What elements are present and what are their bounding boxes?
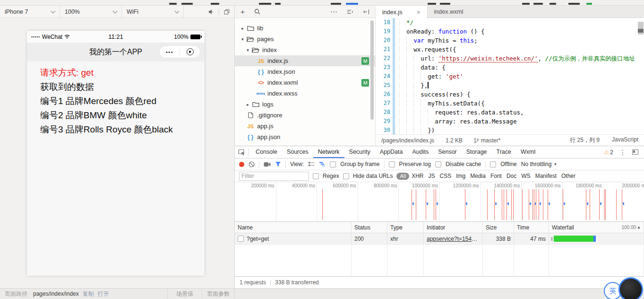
more-actions-button[interactable]: ⋯ <box>330 8 337 15</box>
copy-path-link[interactable]: 复制 <box>83 290 94 298</box>
type-filter-doc[interactable]: Doc <box>507 173 516 179</box>
tree-item-logs[interactable]: ▸logs <box>235 99 375 110</box>
devtools-menu-button[interactable]: ⋮ <box>619 149 626 156</box>
disable-cache-checkbox[interactable] <box>435 161 441 167</box>
devtools-tab-wxml[interactable]: Wxml <box>516 146 540 158</box>
indent-guide <box>421 127 428 134</box>
code-token: myThis = <box>424 37 460 44</box>
language-mode-label[interactable]: JavaScript <box>612 136 638 144</box>
column-header-initiator[interactable]: Initiator <box>424 222 483 233</box>
popout-simulator-button[interactable] <box>219 6 234 18</box>
new-file-button[interactable]: + <box>240 8 245 15</box>
column-header-label: Type <box>390 224 403 231</box>
devtools-tab-sensor[interactable]: Sensor <box>433 146 462 158</box>
tree-item-index.wxml[interactable]: <>index.wxmlM <box>235 77 375 88</box>
tree-item-label: pages <box>257 35 274 43</box>
type-filter-ws[interactable]: WS <box>521 173 530 179</box>
tree-item-index.wxss[interactable]: wxssindex.wxss <box>235 88 375 99</box>
editor-tab-index.js[interactable]: index.js× <box>376 6 428 18</box>
capsule-close-button[interactable] <box>180 48 200 55</box>
tree-item-app.js[interactable]: JSapp.js <box>235 121 375 132</box>
type-filter-js[interactable]: JS <box>429 173 435 179</box>
throttling-select[interactable]: No throttling ▼ <box>521 161 558 167</box>
column-header-waterfall[interactable]: Waterfall100.00▲ <box>549 222 644 233</box>
devtools-tab-appdata[interactable]: AppData <box>375 146 408 158</box>
tree-arrow-icon[interactable]: ▾ <box>240 37 246 42</box>
warnings-badge[interactable]: ⚠2 <box>604 149 613 156</box>
mute-button[interactable] <box>204 6 219 18</box>
cursor-position-label[interactable]: 行 25，列 9 <box>570 136 600 144</box>
view-rows-button[interactable] <box>308 161 315 167</box>
filter-input[interactable] <box>239 172 309 181</box>
editor-tab-index.wxml[interactable]: index.wxml <box>428 6 470 18</box>
type-filter-other[interactable]: Other <box>561 173 575 179</box>
type-filter-img[interactable]: Img <box>456 173 465 179</box>
devtools-tab-security[interactable]: Security <box>344 146 375 158</box>
code-editor[interactable]: 18 */19 onReady: function () {20 var myT… <box>376 18 644 134</box>
scene-value-segment[interactable]: 场景值 <box>168 289 202 299</box>
network-request-row[interactable]: ?get=get200xhrappservice?t=1542…338 B47 … <box>235 233 644 245</box>
view-overview-button[interactable] <box>319 161 326 167</box>
column-header-size[interactable]: Size <box>483 222 514 233</box>
zoom-select[interactable]: 100% <box>60 6 122 18</box>
group-by-frame-checkbox[interactable] <box>330 161 336 167</box>
tree-item-pages[interactable]: ▾pages <box>235 34 375 44</box>
column-header-type[interactable]: Type <box>387 222 424 233</box>
tree-item-.gitignore[interactable]: .gitignore <box>235 110 375 121</box>
collapse-explorer-button[interactable] <box>363 9 369 15</box>
capsule-menu-button[interactable]: ••• <box>160 49 180 55</box>
type-filter-manifest[interactable]: Manifest <box>535 173 557 179</box>
hide-data-urls-checkbox[interactable] <box>343 173 349 179</box>
type-filter-media[interactable]: Media <box>470 173 486 179</box>
close-tab-icon[interactable]: × <box>416 9 420 16</box>
request-timeline-mark <box>529 189 529 220</box>
record-button[interactable] <box>239 162 244 167</box>
tree-item-index[interactable]: ▾index <box>235 44 375 55</box>
network-overview-timeline[interactable]: 200000 ms400000 ms600000 ms800000 ms1000… <box>235 182 644 222</box>
tree-item-app.json[interactable]: { }app.json <box>235 132 375 142</box>
row-checkbox[interactable] <box>238 236 244 242</box>
screenshot-button[interactable] <box>264 162 271 167</box>
explorer-scrollbar[interactable] <box>370 20 374 120</box>
open-path-link[interactable]: 打开 <box>98 290 109 298</box>
tree-item-index.js[interactable]: JSindex.jsM <box>235 55 375 66</box>
network-select[interactable]: WiFi <box>122 6 184 18</box>
user-avatar[interactable] <box>618 277 643 299</box>
type-filter-font[interactable]: Font <box>490 173 502 179</box>
code-token: this <box>460 37 474 44</box>
request-timeline-dot <box>540 202 541 205</box>
tree-arrow-icon[interactable]: ▸ <box>240 26 246 31</box>
device-select[interactable]: iPhone 7 <box>0 6 60 18</box>
devtools-tab-sources[interactable]: Sources <box>282 146 313 158</box>
tree-item-lib[interactable]: ▸lib <box>235 23 375 34</box>
sort-files-button[interactable] <box>347 9 353 15</box>
editor-scrollbar-thumb[interactable] <box>638 29 644 33</box>
tree-item-index.json[interactable]: { }index.json <box>235 66 375 77</box>
request-name-cell[interactable]: ?get=get <box>235 233 352 244</box>
search-button[interactable] <box>254 9 260 15</box>
devtools-tab-trace[interactable]: Trace <box>492 146 516 158</box>
preserve-log-checkbox[interactable] <box>389 161 395 167</box>
filter-button[interactable] <box>275 161 281 167</box>
devtools-tab-console[interactable]: Console <box>251 146 282 158</box>
tree-arrow-icon[interactable]: ▸ <box>245 102 251 107</box>
devtools-tab-storage[interactable]: Storage <box>462 146 492 158</box>
dock-devtools-button[interactable] <box>632 150 638 155</box>
git-branch-indicator[interactable]: master* <box>474 137 500 144</box>
initiator-link[interactable]: appservice?t=1542… <box>427 236 480 242</box>
devtools-tab-audits[interactable]: Audits <box>407 146 433 158</box>
regex-checkbox[interactable] <box>313 173 319 179</box>
type-filter-xhr[interactable]: XHR <box>412 173 423 179</box>
offline-checkbox[interactable] <box>490 161 496 167</box>
column-header-status[interactable]: Status <box>352 222 387 233</box>
column-header-time[interactable]: Time <box>514 222 549 233</box>
clear-button[interactable] <box>249 161 255 167</box>
devtools-tab-network[interactable]: Network <box>313 146 344 158</box>
tree-arrow-icon[interactable]: ▾ <box>245 48 251 53</box>
inspect-element-button[interactable] <box>238 149 246 156</box>
column-header-name[interactable]: Name <box>235 222 352 233</box>
request-initiator-cell[interactable]: appservice?t=1542… <box>424 233 483 244</box>
page-params-segment[interactable]: 页面参数 <box>202 289 235 299</box>
type-filter-css[interactable]: CSS <box>440 173 452 179</box>
type-filter-all[interactable]: All <box>396 173 409 180</box>
